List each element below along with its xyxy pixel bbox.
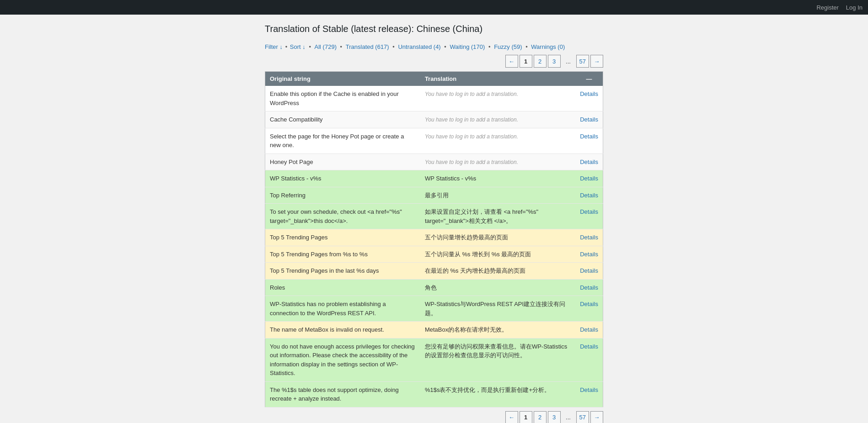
- details-link[interactable]: Details: [580, 301, 598, 307]
- details-link[interactable]: Details: [580, 133, 598, 140]
- page-2-bottom-button[interactable]: 2: [534, 411, 547, 423]
- details-link[interactable]: Details: [580, 267, 598, 274]
- page-2-button[interactable]: 2: [534, 55, 547, 68]
- original-cell-3: Honey Pot Page: [265, 153, 420, 170]
- page-57-bottom-button[interactable]: 57: [576, 411, 589, 423]
- page-3-bottom-button[interactable]: 3: [548, 411, 561, 423]
- filter-bar: Filter ↓ • Sort ↓ • All (729) • Translat…: [265, 43, 603, 50]
- table-row: WP Statistics - v%sWP Statistics - v%sDe…: [265, 170, 603, 187]
- table-row: Top 5 Trending Pages五个访问量增长趋势最高的页面Detail…: [265, 229, 603, 246]
- original-cell-7: Top 5 Trending Pages: [265, 229, 420, 246]
- login-note: You have to log in to add a translation.: [425, 133, 518, 140]
- actions-cell-8: Details: [575, 246, 603, 263]
- waiting-filter-link[interactable]: Waiting (170): [450, 43, 485, 50]
- translation-cell-5: 最多引用: [420, 187, 575, 204]
- original-cell-14: The %1$s table does not support optimize…: [265, 381, 420, 407]
- actions-cell-0: Details: [575, 86, 603, 111]
- register-link[interactable]: Register: [816, 4, 838, 11]
- table-row: WP-Statistics has no problem establishin…: [265, 296, 603, 322]
- original-cell-6: To set your own schedule, check out <a h…: [265, 204, 420, 229]
- details-link[interactable]: Details: [580, 192, 598, 199]
- table-row: Cache CompatibilityYou have to log in to…: [265, 111, 603, 128]
- translation-cell-10: 角色: [420, 279, 575, 296]
- filter-link[interactable]: Filter ↓: [265, 43, 283, 50]
- pagination-dots: ...: [562, 55, 575, 68]
- details-link[interactable]: Details: [580, 159, 598, 165]
- details-link[interactable]: Details: [580, 175, 598, 182]
- page-57-button[interactable]: 57: [576, 55, 589, 68]
- original-cell-13: You do not have enough access privileges…: [265, 338, 420, 381]
- details-link[interactable]: Details: [580, 343, 598, 350]
- original-cell-8: Top 5 Trending Pages from %s to %s: [265, 246, 420, 263]
- untranslated-filter-link[interactable]: Untranslated (4): [398, 43, 440, 50]
- login-link[interactable]: Log In: [846, 4, 863, 11]
- details-link[interactable]: Details: [580, 284, 598, 291]
- original-cell-12: The name of MetaBox is invalid on reques…: [265, 322, 420, 338]
- login-note: You have to log in to add a translation.: [425, 159, 518, 165]
- original-cell-10: Roles: [265, 279, 420, 296]
- translation-cell-14: %1$s表不支持优化，而是执行重新创建+分析。: [420, 381, 575, 407]
- page-1-bottom-button[interactable]: 1: [520, 411, 532, 423]
- details-link[interactable]: Details: [580, 116, 598, 123]
- details-link[interactable]: Details: [580, 90, 598, 97]
- original-cell-5: Top Referring: [265, 187, 420, 204]
- admin-bar: Register Log In: [0, 0, 868, 15]
- pagination-bottom: ← 1 2 3 ... 57 →: [265, 411, 603, 423]
- login-note: You have to log in to add a translation.: [425, 116, 518, 123]
- table-header-row: Original string Translation —: [265, 72, 603, 86]
- translation-cell-3: You have to log in to add a translation.: [420, 153, 575, 170]
- actions-cell-12: Details: [575, 322, 603, 338]
- original-cell-2: Select the page for the Honey Pot page o…: [265, 128, 420, 153]
- sort-link[interactable]: Sort ↓: [290, 43, 305, 50]
- translated-filter-link[interactable]: Translated (617): [346, 43, 389, 50]
- original-cell-11: WP-Statistics has no problem establishin…: [265, 296, 420, 322]
- table-row: The name of MetaBox is invalid on reques…: [265, 322, 603, 338]
- details-link[interactable]: Details: [580, 326, 598, 333]
- col-actions-header: —: [575, 72, 603, 86]
- warnings-filter-link[interactable]: Warnings (0): [531, 43, 565, 50]
- all-filter-link[interactable]: All (729): [315, 43, 337, 50]
- next-page-bottom-button[interactable]: →: [590, 411, 603, 423]
- page-1-button[interactable]: 1: [520, 55, 532, 68]
- table-row: Enable this option if the Cache is enabl…: [265, 86, 603, 111]
- next-page-button[interactable]: →: [590, 55, 603, 68]
- actions-cell-6: Details: [575, 204, 603, 229]
- actions-cell-2: Details: [575, 128, 603, 153]
- table-row: The %1$s table does not support optimize…: [265, 381, 603, 407]
- table-row: You do not have enough access privileges…: [265, 338, 603, 381]
- translation-cell-12: MetaBox的名称在请求时无效。: [420, 322, 575, 338]
- table-row: To set your own schedule, check out <a h…: [265, 204, 603, 229]
- prev-page-button[interactable]: ←: [505, 55, 518, 68]
- actions-cell-14: Details: [575, 381, 603, 407]
- actions-cell-4: Details: [575, 170, 603, 187]
- actions-cell-1: Details: [575, 111, 603, 128]
- details-link[interactable]: Details: [580, 386, 598, 393]
- actions-cell-10: Details: [575, 279, 603, 296]
- original-cell-4: WP Statistics - v%s: [265, 170, 420, 187]
- actions-cell-13: Details: [575, 338, 603, 381]
- table-row: Honey Pot PageYou have to log in to add …: [265, 153, 603, 170]
- details-link[interactable]: Details: [580, 208, 598, 215]
- details-link[interactable]: Details: [580, 251, 598, 258]
- page-3-button[interactable]: 3: [548, 55, 561, 68]
- translation-cell-4: WP Statistics - v%s: [420, 170, 575, 187]
- translation-cell-6: 如果设置自定义计划，请查看 <a href="%s" target="_blan…: [420, 204, 575, 229]
- translation-table: Original string Translation — Enable thi…: [265, 71, 603, 407]
- translation-cell-2: You have to log in to add a translation.: [420, 128, 575, 153]
- table-row: Top 5 Trending Pages from %s to %s五个访问量从…: [265, 246, 603, 263]
- translation-cell-8: 五个访问量从 %s 增长到 %s 最高的页面: [420, 246, 575, 263]
- table-row: Roles角色Details: [265, 279, 603, 296]
- actions-cell-5: Details: [575, 187, 603, 204]
- original-cell-9: Top 5 Trending Pages in the last %s days: [265, 263, 420, 280]
- col-translation-header: Translation: [420, 72, 575, 86]
- translation-cell-7: 五个访问量增长趋势最高的页面: [420, 229, 575, 246]
- fuzzy-filter-link[interactable]: Fuzzy (59): [494, 43, 522, 50]
- table-row: Top 5 Trending Pages in the last %s days…: [265, 263, 603, 280]
- table-row: Top Referring最多引用Details: [265, 187, 603, 204]
- details-link[interactable]: Details: [580, 234, 598, 241]
- pagination-top: ← 1 2 3 ... 57 →: [265, 55, 603, 68]
- translation-cell-13: 您没有足够的访问权限来查看信息。请在WP-Statistics的设置部分检查信息…: [420, 338, 575, 381]
- original-cell-0: Enable this option if the Cache is enabl…: [265, 86, 420, 111]
- translation-cell-0: You have to log in to add a translation.: [420, 86, 575, 111]
- prev-page-bottom-button[interactable]: ←: [505, 411, 518, 423]
